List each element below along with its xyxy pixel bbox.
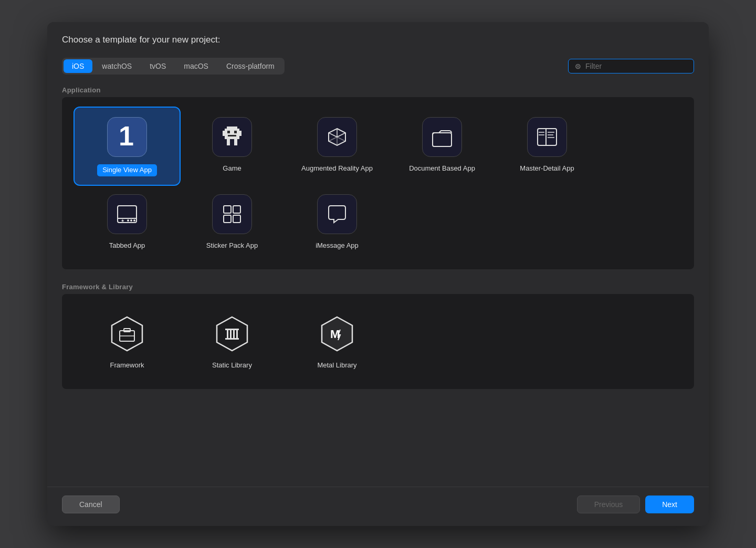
tab-macos[interactable]: macOS — [175, 59, 217, 73]
metal-library-icon: M — [316, 313, 358, 355]
filter-icon: ⊜ — [575, 62, 581, 70]
cancel-button[interactable]: Cancel — [62, 496, 120, 513]
svg-rect-42 — [227, 330, 228, 338]
svg-rect-41 — [225, 329, 239, 330]
svg-rect-32 — [233, 206, 240, 213]
content-area: Application 1 Single View App — [47, 81, 709, 487]
tab-crossplatform[interactable]: Cross-platform — [218, 59, 283, 73]
svg-point-28 — [127, 219, 129, 222]
svg-rect-7 — [227, 131, 230, 133]
template-game[interactable]: Game — [180, 108, 285, 185]
metal-library-label: Metal Library — [317, 361, 356, 370]
filter-input[interactable] — [585, 62, 687, 70]
framework-library-template-grid: Framework — [75, 304, 681, 378]
filter-box: ⊜ — [568, 59, 694, 73]
svg-rect-3 — [223, 131, 225, 136]
svg-line-14 — [337, 137, 345, 141]
framework-icon — [106, 313, 148, 355]
footer-right-buttons: Previous Next — [577, 496, 694, 513]
sticker-pack-app-icon — [211, 193, 253, 235]
dialog-header: Choose a template for your new project: — [47, 22, 709, 54]
static-library-icon — [211, 313, 253, 355]
imessage-app-icon — [316, 193, 358, 235]
document-based-app-label: Document Based App — [409, 164, 475, 173]
svg-rect-6 — [234, 139, 237, 145]
svg-rect-5 — [227, 139, 230, 145]
tabbed-app-label: Tabbed App — [109, 241, 145, 250]
tab-tvos[interactable]: tvOS — [141, 59, 174, 73]
framework-label: Framework — [110, 361, 144, 370]
section-framework-library-header: Framework & Library — [62, 278, 694, 294]
ar-app-icon — [316, 116, 358, 158]
svg-line-12 — [329, 133, 337, 137]
svg-rect-17 — [433, 133, 452, 146]
sticker-pack-app-label: Sticker Pack App — [206, 241, 258, 250]
previous-button[interactable]: Previous — [577, 496, 640, 513]
svg-rect-44 — [233, 330, 235, 338]
svg-line-13 — [337, 133, 345, 137]
section-application-header: Application — [62, 81, 694, 97]
svg-text:★: ★ — [121, 218, 124, 223]
tab-watchos[interactable]: watchOS — [93, 59, 140, 73]
section-framework-library-body: Framework — [62, 294, 694, 389]
svg-rect-4 — [239, 131, 242, 136]
dialog-footer: Cancel Previous Next — [47, 487, 709, 526]
master-detail-app-icon — [526, 116, 568, 158]
svg-rect-31 — [224, 206, 231, 213]
section-framework-library: Framework & Library — [62, 278, 694, 389]
template-static-library[interactable]: Static Library — [180, 304, 285, 378]
svg-line-15 — [329, 137, 337, 141]
ar-app-label: Augmented Reality App — [301, 164, 373, 173]
platform-tabs: iOS watchOS tvOS macOS Cross-platform — [62, 58, 285, 75]
svg-rect-9 — [228, 135, 236, 136]
template-tabbed-app[interactable]: ★ Tabbed App — [75, 185, 180, 259]
master-detail-app-label: Master-Detail App — [520, 164, 574, 173]
new-project-dialog: Choose a template for your new project: … — [47, 22, 709, 526]
template-master-detail-app[interactable]: Master-Detail App — [495, 108, 600, 185]
dialog-title: Choose a template for your new project: — [62, 35, 220, 45]
svg-point-30 — [133, 219, 135, 222]
single-view-app-label: Single View App — [97, 164, 157, 176]
game-label: Game — [223, 164, 241, 173]
svg-text:1: 1 — [119, 121, 134, 151]
template-ar-app[interactable]: Augmented Reality App — [285, 108, 390, 185]
tab-ios[interactable]: iOS — [64, 59, 92, 73]
svg-rect-45 — [236, 330, 238, 338]
template-sticker-pack-app[interactable]: Sticker Pack App — [180, 185, 285, 259]
game-icon — [211, 116, 253, 158]
svg-rect-34 — [233, 215, 240, 223]
template-framework[interactable]: Framework — [75, 304, 180, 378]
svg-rect-33 — [224, 215, 231, 223]
static-library-label: Static Library — [212, 361, 252, 370]
application-template-grid: 1 Single View App — [75, 108, 681, 259]
svg-rect-1 — [227, 127, 237, 129]
template-metal-library[interactable]: M Metal Library — [285, 304, 390, 378]
template-imessage-app[interactable]: iMessage App — [285, 185, 390, 259]
template-document-based-app[interactable]: Document Based App — [390, 108, 495, 185]
svg-rect-18 — [538, 129, 556, 145]
imessage-app-label: iMessage App — [316, 241, 359, 250]
svg-rect-40 — [225, 338, 239, 340]
svg-rect-2 — [225, 129, 239, 139]
template-single-view-app[interactable]: 1 Single View App — [75, 108, 180, 185]
single-view-app-icon: 1 — [106, 116, 148, 158]
section-application-body: 1 Single View App — [62, 97, 694, 269]
svg-rect-8 — [234, 131, 237, 133]
tabbed-app-icon: ★ — [106, 193, 148, 235]
document-based-app-icon — [421, 116, 463, 158]
next-button[interactable]: Next — [645, 496, 694, 513]
svg-rect-43 — [230, 330, 232, 338]
svg-point-29 — [130, 219, 132, 222]
toolbar: iOS watchOS tvOS macOS Cross-platform ⊜ — [47, 54, 709, 81]
section-application: Application 1 Single View App — [62, 81, 694, 269]
